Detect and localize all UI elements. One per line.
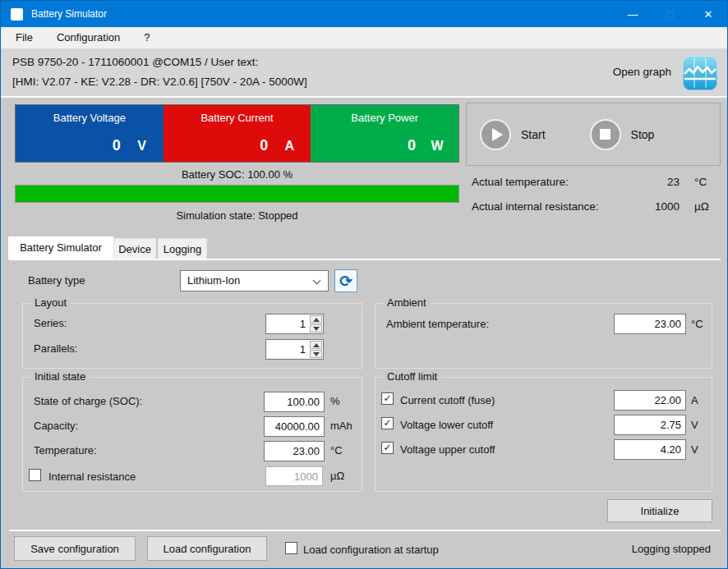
device-info-line1: PSB 9750-20 - 1711060001 @COM15 / User t… <box>12 56 258 68</box>
group-ambient: Ambient <box>375 303 712 369</box>
group-cutoff-limit-title: Cutoff limit <box>383 370 441 383</box>
actual-temperature-label: Actual temperature: <box>472 176 569 188</box>
device-info-bar: PSB 9750-20 - 1711060001 @COM15 / User t… <box>1 48 727 96</box>
voltage-lower-cutoff-input[interactable] <box>614 415 686 435</box>
ambient-temperature-unit: °C <box>691 318 703 330</box>
soc-input[interactable] <box>264 392 325 412</box>
group-initial-state-title: Initial state <box>30 370 90 383</box>
battery-power-value: 0 <box>311 137 416 154</box>
voltage-upper-cutoff-input[interactable] <box>614 439 686 460</box>
tab-panel-bottom-divider <box>9 530 721 531</box>
refresh-button[interactable]: ⟳ <box>334 269 357 292</box>
menu-item-file[interactable]: File <box>7 27 42 48</box>
internal-resistance-label: Internal resistance <box>48 470 136 483</box>
capacity-input[interactable] <box>264 416 325 437</box>
capacity-unit: mAh <box>330 420 352 432</box>
chevron-down-icon <box>313 277 321 285</box>
soc-progress-bar <box>15 185 459 203</box>
voltage-upper-cutoff-unit: V <box>691 443 698 456</box>
battery-power-label: Battery Power <box>311 112 458 124</box>
ambient-temperature-input[interactable] <box>614 314 686 334</box>
tab-device[interactable]: Device <box>113 238 156 259</box>
battery-power-panel: Battery Power 0 W <box>311 105 458 162</box>
internal-resistance-checkbox[interactable] <box>29 469 41 481</box>
tab-strip-divider <box>9 259 721 260</box>
battery-current-value: 0 <box>164 137 269 154</box>
series-label: Series: <box>34 317 67 329</box>
battery-type-label: Battery type <box>28 274 85 287</box>
checkmark-icon: ✓ <box>383 392 391 404</box>
battery-voltage-label: Battery Voltage <box>16 112 164 124</box>
current-cutoff-unit: A <box>691 394 698 406</box>
internal-resistance-unit: µΩ <box>330 470 344 482</box>
parallels-label: Parallels: <box>34 342 77 355</box>
current-cutoff-checkbox[interactable]: ✓ <box>381 392 394 405</box>
initialize-button[interactable]: Initialize <box>607 499 712 522</box>
actual-resistance-unit: µΩ <box>694 200 709 213</box>
battery-voltage-value: 0 <box>16 137 121 154</box>
battery-voltage-unit: V <box>121 139 164 154</box>
battery-current-label: Battery Current <box>164 112 311 124</box>
ambient-temperature-label: Ambient temperature: <box>386 318 489 330</box>
group-layout-title: Layout <box>30 296 71 309</box>
parallels-spinner-down-button[interactable] <box>310 350 322 358</box>
load-configuration-button[interactable]: Load configuration <box>147 536 267 561</box>
series-value: 1 <box>266 314 309 333</box>
start-button[interactable]: Start <box>480 119 546 150</box>
temperature-unit: °C <box>330 444 343 457</box>
stop-icon <box>600 129 611 140</box>
stop-button[interactable]: Stop <box>590 119 655 150</box>
maximize-button[interactable]: □ <box>652 1 689 27</box>
measurement-panels: Battery Voltage 0 V Battery Current 0 A … <box>15 104 459 163</box>
logging-status-label: Logging stopped <box>632 543 711 555</box>
open-graph-button[interactable] <box>683 56 717 90</box>
tab-logging[interactable]: Logging <box>158 238 207 259</box>
actual-resistance-value: 1000 <box>597 200 680 213</box>
device-info-line2: [HMI: V2.07 - KE: V2.28 - DR: V2.0.6] [7… <box>12 76 307 88</box>
battery-type-select[interactable]: Lithium-Ion <box>180 270 329 291</box>
voltage-lower-cutoff-label: Voltage lower cutoff <box>400 419 493 431</box>
arrow-up-icon <box>313 343 320 347</box>
refresh-icon: ⟳ <box>339 273 352 289</box>
capacity-label: Capacity: <box>34 420 78 432</box>
checkmark-icon: ✓ <box>383 417 391 429</box>
menu-item-help[interactable]: ? <box>135 27 159 48</box>
start-stop-box: Start Stop <box>466 103 721 166</box>
series-spinner-down-button[interactable] <box>310 324 322 333</box>
parallels-spinner[interactable]: 1 <box>265 339 324 360</box>
battery-power-unit: W <box>416 139 458 154</box>
actual-temperature-unit: °C <box>694 176 707 188</box>
minimize-button[interactable]: — <box>614 1 652 27</box>
simulation-state-label: Simulation state: Stopped <box>15 209 459 222</box>
soc-unit: % <box>330 395 340 407</box>
temperature-input[interactable] <box>264 441 325 461</box>
battery-type-value: Lithium-Ion <box>187 274 240 287</box>
open-graph-label: Open graph <box>613 66 671 78</box>
arrow-up-icon <box>313 318 320 322</box>
graph-icon <box>683 56 717 90</box>
internal-resistance-input <box>265 466 323 486</box>
checkmark-icon: ✓ <box>383 442 391 453</box>
battery-soc-label: Battery SOC: 100.00 % <box>15 168 459 181</box>
series-spinner-up-button[interactable] <box>310 315 322 324</box>
voltage-lower-cutoff-checkbox[interactable]: ✓ <box>381 417 394 429</box>
tab-battery-simulator[interactable]: Battery Simulator <box>8 236 113 259</box>
actual-resistance-label: Actual internal resistance: <box>472 200 599 213</box>
parallels-value: 1 <box>266 340 309 359</box>
play-icon <box>492 128 503 141</box>
parallels-spinner-up-button[interactable] <box>310 341 322 349</box>
series-spinner[interactable]: 1 <box>265 314 324 334</box>
close-button[interactable]: ✕ <box>689 1 727 27</box>
battery-simulator-window: Battery Simulator — □ ✕ File Configurati… <box>0 0 728 569</box>
current-cutoff-input[interactable] <box>614 390 686 411</box>
menu-item-configuration[interactable]: Configuration <box>48 27 129 48</box>
menu-bar: File Configuration ? <box>1 27 727 48</box>
title-bar: Battery Simulator — □ ✕ <box>1 1 727 27</box>
temperature-label: Temperature: <box>34 444 97 457</box>
window-title: Battery Simulator <box>31 8 107 20</box>
save-configuration-button[interactable]: Save configuration <box>14 536 136 561</box>
voltage-upper-cutoff-label: Voltage upper cutoff <box>400 443 495 456</box>
load-at-startup-checkbox[interactable] <box>285 542 297 554</box>
voltage-upper-cutoff-checkbox[interactable]: ✓ <box>381 442 394 454</box>
group-ambient-title: Ambient <box>383 296 431 309</box>
